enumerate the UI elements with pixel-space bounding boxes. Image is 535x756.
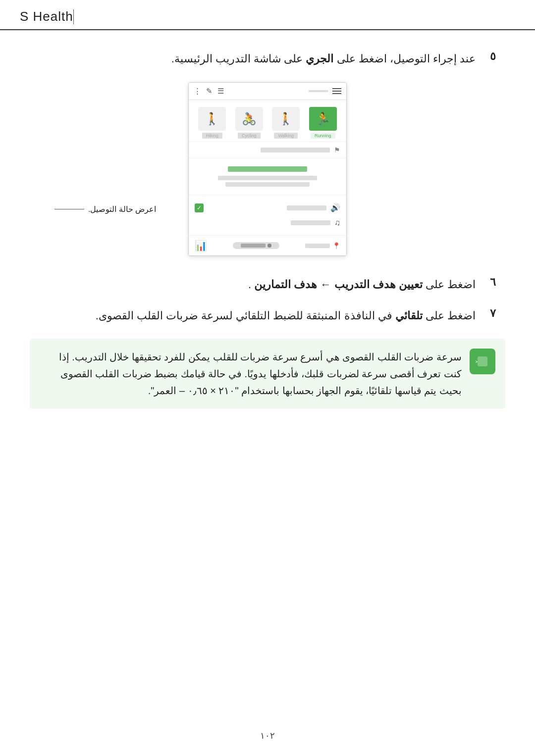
page-number: ١٠٢ [260, 731, 275, 741]
music-icon: ♫ [334, 218, 340, 227]
hamburger-line-1 [332, 88, 341, 89]
checkbox-icon[interactable]: ✓ [195, 203, 204, 212]
list-icon: ☰ [217, 87, 224, 96]
topbar-left [309, 88, 341, 94]
step-7-after: في النافذة المنبثقة للضبط التلقائي لسرعة… [96, 309, 392, 322]
phone-screenshot-container: اعرض حالة التوصيل. ☰ ✎ ⋮ [30, 82, 505, 256]
note-text: سرعة ضربات القلب القصوى هي أسرع سرعة ضرب… [40, 349, 462, 399]
hamburger-icon [332, 88, 341, 94]
cycling-icon: 🚴 [242, 112, 257, 126]
flag-icon: ⚑ [334, 146, 340, 154]
workout-desc-placeholder-1 [218, 176, 317, 180]
app-title: S Health [20, 9, 73, 24]
hamburger-line-2 [332, 91, 341, 92]
step-7-before: اضغط على [423, 309, 476, 322]
running-label: Running [311, 133, 335, 139]
cycling-icon-box: 🚴 [235, 107, 263, 131]
step-6-arrow: ← [317, 278, 331, 291]
topbar-title-text [309, 90, 328, 92]
gps-btn-text-placeholder [241, 244, 266, 248]
goal-bar: ⚑ [189, 142, 346, 158]
activity-walking[interactable]: 🚶 Walking [272, 107, 300, 139]
hiking-icon: 🚶 [205, 112, 219, 126]
pencil-icon: ✏ [476, 354, 489, 368]
walking-label: Walking [274, 133, 298, 139]
goal-text-placeholder [261, 148, 330, 152]
feature-row-music: ♫ [195, 215, 340, 230]
walking-icon-box: 🚶 [272, 107, 300, 131]
running-icon: 🏃 [316, 112, 330, 126]
step-5: ٥ عند إجراء التوصيل، اضغط على الجري على … [30, 50, 505, 67]
running-icon-box: 🏃 [309, 107, 337, 131]
step-5-after: على شاشة التدريب الرئيسية. [171, 52, 303, 65]
activity-row: 🏃 Running 🚶 Walking 🚴 Cycling [189, 100, 346, 142]
activity-running[interactable]: 🏃 Running [309, 107, 337, 139]
phone-mockup: ☰ ✎ ⋮ 🏃 Running 🚶 Walking [188, 82, 347, 256]
music-text-placeholder [291, 220, 330, 225]
step-6-before: اضغط على [423, 278, 476, 291]
music-row-left: ♫ [291, 218, 340, 227]
activity-hiking[interactable]: 🚶 Hiking [198, 107, 226, 139]
gps-text-placeholder [305, 244, 330, 248]
step-7-text: اضغط على تلقائي في النافذة المنبثقة للضب… [30, 307, 476, 324]
gps-button[interactable] [233, 242, 279, 249]
feature-rows: 🔊 ✓ ♫ [189, 195, 346, 235]
gps-pin-icon: 📍 [332, 242, 340, 250]
step-5-before: عند إجراء التوصيل، اضغط على [333, 52, 476, 65]
walking-icon: 🚶 [278, 112, 293, 126]
page-header: S Health [0, 0, 535, 30]
more-icon: ⋮ [194, 87, 201, 96]
step-6-bold2: هدف التمارين [254, 278, 317, 291]
note-icon: ✏ [470, 349, 495, 374]
step-5-bold: الجري [306, 52, 333, 65]
svg-rect-0 [478, 356, 487, 366]
callout-line [54, 209, 84, 209]
workout-suggestion [189, 158, 346, 195]
activity-cycling[interactable]: 🚴 Cycling [235, 107, 263, 139]
workout-desc-placeholder-2 [225, 182, 310, 187]
step-6-bold1: تعيين هدف التدريب [334, 278, 423, 291]
gps-indicator: 📍 [305, 242, 340, 250]
hamburger-line-3 [332, 93, 341, 94]
step-5-text: عند إجراء التوصيل، اضغط على الجري على شا… [30, 50, 476, 67]
step-number-6: ٦ [481, 276, 505, 289]
step-number-5: ٥ [481, 50, 505, 63]
phone-bottom: 📍 📊 [189, 235, 346, 255]
svg-text:✏: ✏ [476, 356, 478, 367]
speaker-row-left: 🔊 [287, 203, 340, 212]
speaker-text-placeholder [287, 205, 326, 210]
hiking-icon-box: 🚶 [198, 107, 226, 131]
speaker-icon: 🔊 [330, 203, 340, 212]
cycling-label: Cycling [238, 133, 261, 139]
main-content: ٥ عند إجراء التوصيل، اضغط على الجري على … [0, 30, 535, 429]
hiking-label: Hiking [202, 133, 222, 139]
header-divider [73, 9, 74, 24]
step-6-period: . [248, 278, 251, 291]
edit-icon: ✎ [206, 87, 213, 96]
workout-title-placeholder [228, 166, 307, 172]
phone-topbar: ☰ ✎ ⋮ [189, 83, 346, 100]
page-footer: ١٠٢ [0, 730, 535, 741]
callout-text: اعرض حالة التوصيل. [88, 204, 156, 214]
feature-row-speaker: 🔊 ✓ [195, 200, 340, 215]
chart-icon: 📊 [195, 240, 207, 252]
callout-label: اعرض حالة التوصيل. [54, 204, 156, 214]
step-7-bold: تلقائي [395, 309, 423, 322]
step-7: ٧ اضغط على تلقائي في النافذة المنبثقة لل… [30, 307, 505, 324]
step-6-text: اضغط على تعيين هدف التدريب ← هدف التماري… [30, 276, 476, 293]
step-number-7: ٧ [481, 307, 505, 320]
topbar-icons: ☰ ✎ ⋮ [194, 87, 224, 96]
gps-btn-dot [268, 244, 271, 248]
note-box: ✏ سرعة ضربات القلب القصوى هي أسرع سرعة ض… [30, 339, 505, 409]
step-6: ٦ اضغط على تعيين هدف التدريب ← هدف التما… [30, 276, 505, 293]
